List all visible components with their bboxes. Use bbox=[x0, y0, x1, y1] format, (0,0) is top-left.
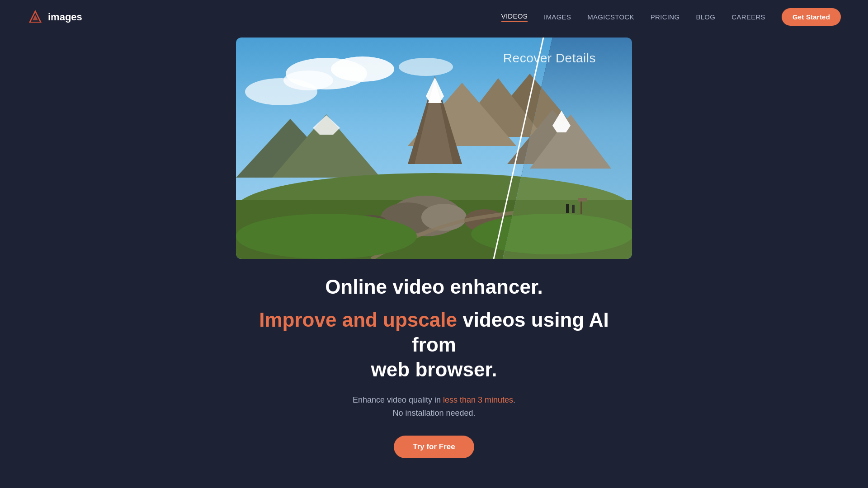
description-suffix: . bbox=[513, 395, 515, 404]
svg-rect-55 bbox=[572, 205, 575, 213]
brand-logo-icon bbox=[27, 9, 43, 25]
svg-point-7 bbox=[331, 56, 394, 82]
nav-link-blog[interactable]: BLOG bbox=[696, 13, 715, 21]
nav-link-images[interactable]: IMAGES bbox=[544, 13, 571, 21]
nav-link-videos[interactable]: VIDEOS bbox=[501, 12, 528, 22]
nav-link-careers[interactable]: CAREERS bbox=[731, 13, 765, 21]
brand-name: images bbox=[48, 11, 82, 23]
mountain-image bbox=[236, 38, 632, 259]
description-line2: No installation needed. bbox=[392, 408, 475, 418]
hero-subtitle: Improve and upscale videos using AI from… bbox=[253, 307, 615, 382]
recover-details-label: Recover Details bbox=[503, 51, 596, 66]
nav-links: VIDEOS IMAGES MAGICSTOCK PRICING BLOG CA… bbox=[501, 8, 841, 26]
hero-subtitle-highlight: Improve and upscale bbox=[259, 309, 457, 331]
nav-link-magicstock[interactable]: MAGICSTOCK bbox=[587, 13, 634, 21]
video-showcase: Recover Details bbox=[236, 38, 632, 259]
hero-title: Online video enhancer. bbox=[253, 275, 615, 299]
hero-description: Enhance video quality in less than 3 min… bbox=[253, 394, 615, 420]
try-for-free-button[interactable]: Try for Free bbox=[394, 436, 474, 458]
svg-point-31 bbox=[236, 214, 417, 259]
svg-point-9 bbox=[245, 78, 317, 105]
get-started-button[interactable]: Get Started bbox=[782, 8, 841, 26]
svg-rect-57 bbox=[578, 198, 587, 202]
navbar: images VIDEOS IMAGES MAGICSTOCK PRICING … bbox=[0, 0, 868, 34]
description-time: less than 3 minutes bbox=[443, 395, 513, 404]
hero-subtitle-line3: web browser. bbox=[371, 358, 497, 380]
hero-section: Online video enhancer. Improve and upsca… bbox=[253, 275, 615, 458]
nav-link-pricing[interactable]: PRICING bbox=[651, 13, 680, 21]
svg-rect-54 bbox=[566, 204, 569, 213]
logo[interactable]: images bbox=[27, 9, 82, 25]
svg-point-10 bbox=[399, 58, 453, 76]
main-content: Recover Details Online video enhancer. I… bbox=[0, 34, 868, 476]
description-prefix: Enhance video quality in bbox=[353, 395, 443, 404]
